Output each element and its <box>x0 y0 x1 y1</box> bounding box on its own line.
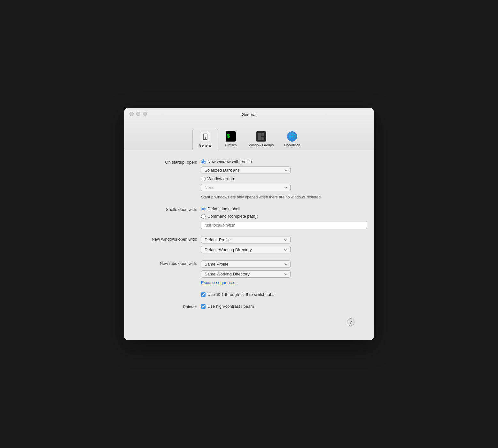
pointer-row: Pointer: Use high-contrast I beam <box>137 304 361 309</box>
tab-encodings[interactable]: 🌐 Encodings <box>279 129 305 150</box>
general-icon <box>199 131 211 143</box>
pointer-checkbox-row: Use high-contrast I beam <box>201 304 361 309</box>
help-button[interactable]: ? <box>347 318 354 326</box>
shells-radio1-label: Default login shell <box>207 206 240 211</box>
tab-window-groups-label: Window Groups <box>249 143 274 147</box>
new-tabs-label: New tabs open with: <box>137 260 201 266</box>
switch-tabs-spacer <box>137 292 201 293</box>
maximize-button[interactable] <box>143 112 147 116</box>
pointer-label: Pointer: <box>137 304 201 309</box>
startup-radio1[interactable] <box>201 159 206 164</box>
new-tabs-row: New tabs open with: Same Profile Same Wo… <box>137 260 361 285</box>
encodings-icon: 🌐 <box>286 131 298 142</box>
startup-row: On startup, open: New window with profil… <box>137 159 361 199</box>
window-title: General <box>242 112 256 117</box>
startup-radio1-row: New window with profile: <box>201 159 361 164</box>
shells-controls: Default login shell Command (complete pa… <box>201 206 367 229</box>
shells-radio2-label: Command (complete path): <box>207 214 258 219</box>
shells-radio1[interactable] <box>201 207 206 211</box>
switch-tabs-controls: Use ⌘-1 through ⌘-9 to switch tabs <box>201 292 361 297</box>
shells-row: Shells open with: Default login shell Co… <box>137 206 361 229</box>
startup-radio2-label: Window group: <box>207 176 235 181</box>
shells-label: Shells open with: <box>137 206 201 212</box>
new-tabs-dir-select[interactable]: Same Working Directory <box>201 270 291 278</box>
startup-hint: Startup windows are only opened when the… <box>201 195 361 199</box>
profile-select[interactable]: Solarized Dark ansi <box>201 166 291 174</box>
window-group-select[interactable]: None <box>201 184 291 191</box>
startup-label: On startup, open: <box>137 159 201 165</box>
tab-profiles-label: Profiles <box>225 143 237 147</box>
content-area: On startup, open: New window with profil… <box>124 150 374 340</box>
switch-tabs-checkbox-row: Use ⌘-1 through ⌘-9 to switch tabs <box>201 292 361 297</box>
new-windows-dir-select[interactable]: Default Working Directory <box>201 246 291 253</box>
window-groups-icon <box>255 131 267 142</box>
shells-radio2[interactable] <box>201 214 206 219</box>
close-button[interactable] <box>129 112 134 116</box>
tabs-container: General $ Profiles <box>129 127 369 150</box>
switch-tabs-row: Use ⌘-1 through ⌘-9 to switch tabs <box>137 292 361 297</box>
pointer-controls: Use high-contrast I beam <box>201 304 361 309</box>
preferences-window: General General $ Profiles <box>124 108 374 340</box>
titlebar: General General $ Profiles <box>124 108 374 150</box>
new-windows-row: New windows open with: Default Profile D… <box>137 236 361 253</box>
new-windows-controls: Default Profile Default Working Director… <box>201 236 361 253</box>
tab-window-groups[interactable]: Window Groups <box>244 129 279 150</box>
new-tabs-profile-select[interactable]: Same Profile <box>201 260 291 268</box>
shells-radio1-row: Default login shell <box>201 206 367 211</box>
tab-general-label: General <box>199 143 212 147</box>
startup-radio2-row: Window group: <box>201 176 361 181</box>
pointer-checkbox[interactable] <box>201 304 206 309</box>
new-tabs-controls: Same Profile Same Working Directory Esca… <box>201 260 361 285</box>
tab-profiles[interactable]: $ Profiles <box>218 129 244 150</box>
bottom-area: Pointer: Use high-contrast I beam ? <box>137 304 361 332</box>
switch-tabs-checkbox[interactable] <box>201 292 206 297</box>
pointer-checkbox-label: Use high-contrast I beam <box>207 304 254 309</box>
tab-general[interactable]: General <box>192 129 218 150</box>
new-windows-label: New windows open with: <box>137 236 201 242</box>
startup-radio2[interactable] <box>201 177 206 181</box>
minimize-button[interactable] <box>136 112 140 116</box>
switch-tabs-label: Use ⌘-1 through ⌘-9 to switch tabs <box>207 292 275 297</box>
new-windows-profile-select[interactable]: Default Profile <box>201 236 291 243</box>
command-input[interactable] <box>201 221 367 229</box>
escape-sequence-link[interactable]: Escape sequence... <box>201 280 361 285</box>
startup-radio1-label: New window with profile: <box>207 159 253 164</box>
profiles-icon: $ <box>225 131 237 142</box>
startup-controls: New window with profile: Solarized Dark … <box>201 159 361 199</box>
tab-encodings-label: Encodings <box>284 143 300 147</box>
shells-radio2-row: Command (complete path): <box>201 214 367 219</box>
